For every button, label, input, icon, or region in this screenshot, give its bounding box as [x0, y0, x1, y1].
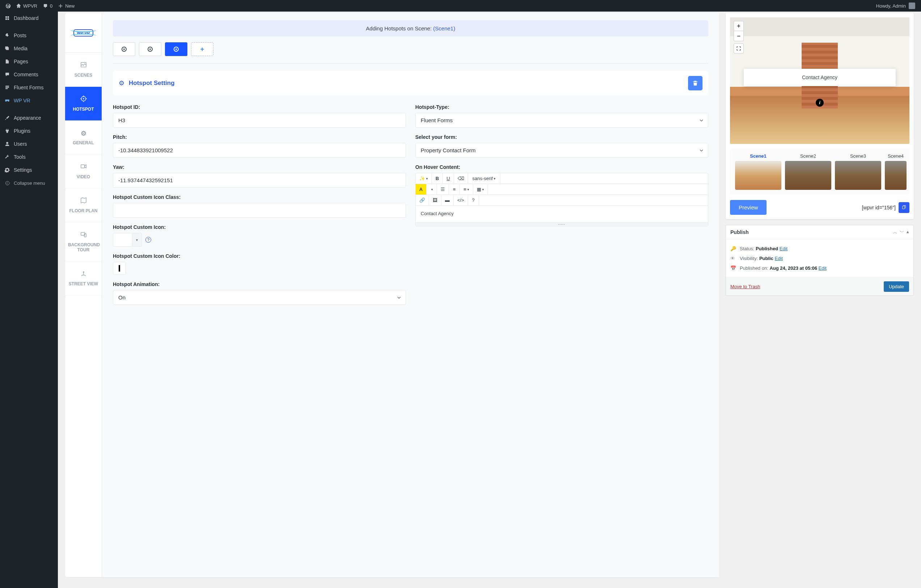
- sidebar-item-users[interactable]: Users: [0, 137, 58, 150]
- delete-hotspot-button[interactable]: [688, 76, 703, 90]
- hotspot-tab-add[interactable]: +: [191, 42, 213, 56]
- editor-ul-button[interactable]: ☰: [437, 184, 449, 195]
- editor-font-select[interactable]: sans-serif: [468, 173, 500, 184]
- zoom-in-button[interactable]: +: [734, 21, 744, 31]
- color-picker[interactable]: [113, 262, 126, 275]
- scene-tab-1[interactable]: Scene1: [735, 153, 781, 190]
- move-to-trash-link[interactable]: Move to Trash: [731, 284, 760, 289]
- sidebar-item-settings[interactable]: Settings: [0, 164, 58, 177]
- pitch-label: Pitch:: [113, 134, 406, 140]
- comment-icon: [3, 71, 11, 78]
- editor-content[interactable]: Contact Agency: [416, 206, 708, 223]
- editor-link-button[interactable]: 🔗: [416, 195, 429, 205]
- key-icon: 🔑: [731, 246, 737, 251]
- edit-date-link[interactable]: Edit: [818, 265, 827, 271]
- hotspot-marker[interactable]: i: [816, 99, 824, 107]
- collapse-menu[interactable]: Collapse menu: [0, 177, 58, 190]
- howdy-text[interactable]: Howdy, Admin: [876, 3, 906, 9]
- site-name-link[interactable]: WPVR: [13, 0, 40, 11]
- copy-shortcode-button[interactable]: [898, 202, 910, 213]
- sidebar-item-posts[interactable]: Posts: [0, 29, 58, 42]
- update-button[interactable]: Update: [884, 281, 909, 292]
- editor-highlight-button[interactable]: A: [416, 184, 426, 195]
- editor-erase-button[interactable]: ⌫: [454, 173, 468, 184]
- sidebar-item-media[interactable]: Media: [0, 42, 58, 55]
- map-icon: [68, 197, 99, 205]
- comments-link[interactable]: 0: [40, 0, 55, 11]
- editor-highlight-dropdown[interactable]: [426, 184, 437, 195]
- wp-logo-icon[interactable]: [3, 0, 13, 11]
- form-select[interactable]: Property Contact Form: [415, 143, 708, 158]
- collapse-icon: [3, 179, 11, 187]
- hotspot-tab-1[interactable]: [113, 42, 135, 56]
- vtab-bgtour[interactable]: BACKGROUND TOUR: [65, 223, 102, 262]
- animation-select[interactable]: On: [113, 290, 406, 305]
- vtab-scenes[interactable]: SCENES: [65, 53, 102, 87]
- comment-icon: [43, 3, 48, 8]
- fullscreen-button[interactable]: [734, 44, 744, 54]
- editor-underline-button[interactable]: U: [443, 173, 454, 184]
- scene-tab-2[interactable]: Scene2: [785, 153, 831, 190]
- scene-tabs: Scene1 Scene2 Scene3 Scene4: [730, 148, 910, 195]
- panorama-preview[interactable]: + − Contact Agency i: [730, 17, 910, 144]
- hotspot-id-input[interactable]: [113, 113, 406, 128]
- scene-tab-3[interactable]: Scene3: [835, 153, 881, 190]
- sidebar-item-tools[interactable]: Tools: [0, 150, 58, 164]
- calendar-icon: 📅: [731, 265, 737, 271]
- hotspot-tab-2[interactable]: [139, 42, 161, 56]
- editor-help-button[interactable]: ?: [468, 195, 479, 205]
- vtab-streetview[interactable]: STREET VIEW: [65, 262, 102, 296]
- sidebar-item-fluentforms[interactable]: Fluent Forms: [0, 81, 58, 94]
- edit-status-link[interactable]: Edit: [779, 246, 788, 251]
- hotspot-tab-3[interactable]: [165, 42, 187, 56]
- home-icon: [16, 3, 21, 8]
- editor-bold-button[interactable]: B: [432, 173, 443, 184]
- editor-ol-button[interactable]: ≡: [449, 184, 460, 195]
- sidebar-item-plugins[interactable]: Plugins: [0, 124, 58, 137]
- avatar[interactable]: [909, 3, 915, 9]
- editor-image-button[interactable]: 🖼: [429, 195, 441, 205]
- editor-video-button[interactable]: ▬: [441, 195, 454, 205]
- sidebar-item-dashboard[interactable]: Dashboard: [0, 11, 58, 24]
- admin-bar: WPVR 0 New Howdy, Admin: [0, 0, 921, 11]
- editor-table-button[interactable]: ▦: [473, 184, 488, 195]
- sidebar-item-comments[interactable]: Comments: [0, 68, 58, 81]
- vtab-video[interactable]: VIDEO: [65, 154, 102, 188]
- pitch-input[interactable]: [113, 143, 406, 158]
- scene-link[interactable]: (Scene1): [433, 25, 456, 31]
- new-content-link[interactable]: New: [55, 0, 77, 11]
- chevron-down-icon[interactable]: ﹀: [900, 229, 904, 236]
- svg-point-0: [6, 142, 8, 144]
- icon-color-label: Hotspot Custom Icon Color:: [113, 253, 406, 259]
- editor-magic-button[interactable]: ✨: [416, 173, 432, 184]
- vtab-general[interactable]: ⚙ GENERAL: [65, 121, 102, 154]
- yaw-input[interactable]: [113, 173, 406, 188]
- user-icon: [3, 140, 11, 148]
- new-label: New: [65, 3, 75, 9]
- admin-sidebar: Dashboard Posts Media Pages Comments Flu…: [0, 11, 58, 588]
- vtab-floorplan[interactable]: FLOOR PLAN: [65, 188, 102, 223]
- right-panel: + − Contact Agency i Scene1: [726, 13, 914, 577]
- devices-icon: [68, 231, 99, 239]
- scene-tab-4[interactable]: Scene4: [885, 153, 906, 190]
- caret-up-icon[interactable]: ▴: [906, 229, 909, 236]
- video-icon: [68, 163, 99, 171]
- hotspot-type-select[interactable]: Fluent Forms: [415, 113, 708, 128]
- help-icon[interactable]: ?: [145, 237, 151, 243]
- preview-button[interactable]: Preview: [730, 200, 766, 215]
- chevron-up-icon[interactable]: ︿: [893, 229, 898, 236]
- icon-dropdown[interactable]: ▾: [132, 233, 142, 247]
- icon-class-input[interactable]: [113, 203, 406, 218]
- wpvr-logo: WP VR: [65, 13, 102, 53]
- sidebar-item-appearance[interactable]: Appearance: [0, 111, 58, 124]
- section-title: Hotspot Setting: [129, 80, 684, 87]
- editor-code-button[interactable]: </>: [454, 195, 468, 205]
- icon-preview[interactable]: [113, 233, 132, 247]
- editor-align-button[interactable]: ≡: [460, 184, 473, 195]
- zoom-out-button[interactable]: −: [734, 31, 744, 41]
- sidebar-item-pages[interactable]: Pages: [0, 55, 58, 68]
- edit-visibility-link[interactable]: Edit: [775, 256, 783, 261]
- sidebar-item-wpvr[interactable]: WP VR: [0, 94, 58, 107]
- vtab-hotspot[interactable]: HOTSPOT: [65, 87, 102, 121]
- editor-resize-handle[interactable]: [416, 223, 708, 226]
